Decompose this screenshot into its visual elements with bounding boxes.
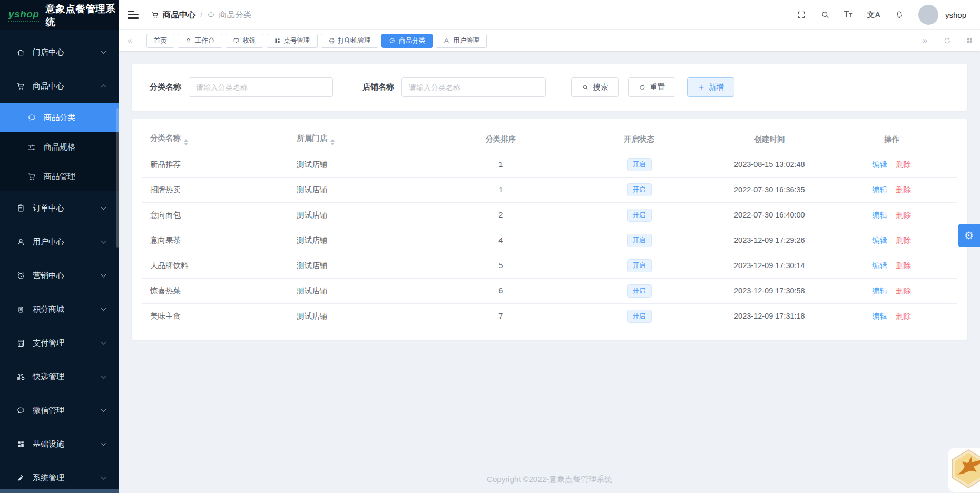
- edit-link[interactable]: 编辑: [872, 261, 887, 270]
- column-header-0[interactable]: 分类名称: [142, 127, 289, 152]
- username[interactable]: yshop: [945, 11, 966, 19]
- edit-link[interactable]: 编辑: [872, 236, 887, 244]
- sidebar-item-10[interactable]: 系统管理: [0, 461, 119, 493]
- cell-actions: 编辑删除: [827, 152, 957, 177]
- yshop-logo: yshop: [8, 8, 39, 22]
- sidebar-item-6[interactable]: 支付管理: [0, 326, 119, 360]
- logo-area[interactable]: yshop 意象点餐管理系统: [0, 0, 119, 30]
- delete-link[interactable]: 删除: [896, 211, 911, 219]
- sidebar-subitem-1[interactable]: 商品规格: [0, 132, 119, 162]
- settings-panel-button[interactable]: ⚙: [958, 224, 980, 247]
- cell-status: 开启: [566, 152, 712, 177]
- translate-icon[interactable]: 文A: [867, 10, 880, 20]
- sidebar-item-7[interactable]: 快递管理: [0, 360, 119, 393]
- chevron-up-icon: [101, 84, 106, 90]
- fullscreen-icon[interactable]: [797, 10, 806, 19]
- tab-2[interactable]: 收银: [226, 34, 263, 48]
- search-icon[interactable]: [820, 10, 830, 19]
- cell-shop: 测试店铺: [289, 152, 435, 177]
- layout-grid-button[interactable]: [958, 30, 980, 51]
- sidebar-item-1[interactable]: 商品中心: [0, 69, 119, 103]
- sidebar-subitem-2[interactable]: 商品管理: [0, 162, 119, 191]
- header-toolbar: TT 文A yshop: [797, 5, 966, 25]
- grid-icon: [274, 37, 281, 44]
- shop-name-input[interactable]: [401, 77, 546, 97]
- tab-list: 首页工作台收银桌号管理打印机管理商品分类用户管理: [141, 30, 914, 51]
- tab-1[interactable]: 工作台: [178, 34, 222, 48]
- cell-name: 意向面包: [142, 202, 289, 228]
- column-header-1[interactable]: 所属门店: [289, 127, 435, 152]
- sidebar-item-0[interactable]: 门店中心: [0, 35, 119, 69]
- sidebar-item-3[interactable]: 用户中心: [0, 225, 119, 259]
- add-button[interactable]: 新增: [687, 77, 734, 97]
- brand-bird-badge[interactable]: [948, 448, 980, 492]
- sidebar-vertical-scrollbar[interactable]: [116, 108, 119, 248]
- grid-icon: [16, 440, 25, 449]
- avatar[interactable]: [918, 5, 938, 25]
- tab-0[interactable]: 首页: [146, 34, 174, 48]
- breadcrumb-section[interactable]: 商品中心: [151, 9, 195, 21]
- edit-link[interactable]: 编辑: [872, 287, 887, 295]
- user-icon: [443, 37, 450, 44]
- sort-caret-icon[interactable]: [184, 139, 188, 145]
- bike-icon: [16, 372, 25, 381]
- delete-link[interactable]: 删除: [896, 236, 911, 244]
- category-name-input[interactable]: [189, 77, 333, 97]
- cell-actions: 编辑删除: [827, 202, 957, 228]
- chevron-down-icon: [101, 272, 106, 277]
- tab-5[interactable]: 商品分类: [381, 34, 433, 48]
- chevron-down-icon: [101, 238, 106, 243]
- hamburger-menu-icon[interactable]: [128, 11, 139, 19]
- sidebar-item-9[interactable]: 基础设施: [0, 427, 119, 461]
- breadcrumb-page[interactable]: 商品分类: [207, 9, 251, 21]
- cell-name: 招牌热卖: [142, 177, 289, 202]
- tab-6[interactable]: 用户管理: [436, 34, 487, 48]
- sidebar-item-4[interactable]: 营销中心: [0, 259, 119, 292]
- plus-icon: [698, 84, 705, 91]
- edit-link[interactable]: 编辑: [872, 211, 887, 219]
- column-header-3: 开启状态: [566, 127, 712, 152]
- cell-sort: 7: [436, 303, 566, 329]
- reset-button[interactable]: 重置: [628, 77, 675, 97]
- delete-link[interactable]: 删除: [896, 312, 911, 320]
- sidebar-item-8[interactable]: 微信管理: [0, 393, 119, 427]
- refresh-page-button[interactable]: [936, 30, 958, 51]
- user-icon: [16, 238, 25, 246]
- tabs-scroll-right-button[interactable]: »: [914, 30, 936, 51]
- home-icon: [16, 48, 25, 57]
- sidebar-item-5[interactable]: 积分商城: [0, 292, 119, 326]
- sidebar-item-2[interactable]: 订单中心: [0, 191, 119, 225]
- cell-name: 大品牌饮料: [142, 253, 289, 278]
- cell-actions: 编辑删除: [827, 303, 957, 329]
- sidebar-horizontal-scrollbar[interactable]: [0, 489, 119, 493]
- bird-hexagon-icon: [949, 449, 980, 489]
- cell-created: 2023-08-15 13:02:48: [712, 152, 826, 177]
- bell-icon: [185, 37, 192, 44]
- tab-4[interactable]: 打印机管理: [321, 34, 379, 48]
- alarm-icon: [16, 271, 25, 280]
- clipboard-icon: [16, 204, 25, 213]
- calculator-icon: [16, 339, 25, 348]
- sort-caret-icon[interactable]: [330, 139, 335, 145]
- delete-link[interactable]: 删除: [896, 287, 911, 295]
- table-row: 美味主食 测试店铺 7 开启 2023-12-09 17:31:18 编辑删除: [142, 303, 957, 329]
- cell-shop: 测试店铺: [289, 278, 435, 303]
- edit-link[interactable]: 编辑: [872, 312, 887, 320]
- category-name-label: 分类名称: [150, 82, 181, 92]
- cell-status: 开启: [566, 303, 712, 329]
- copyright-footer: Copyright ©2022-意象点餐管理系统: [119, 475, 980, 485]
- delete-link[interactable]: 删除: [896, 185, 911, 194]
- notification-bell-icon[interactable]: [895, 10, 904, 19]
- font-size-icon[interactable]: TT: [844, 11, 853, 19]
- sidebar-subitem-0[interactable]: 商品分类: [0, 103, 119, 132]
- edit-link[interactable]: 编辑: [872, 160, 887, 169]
- comment-icon: [207, 11, 215, 19]
- cell-created: 2023-12-09 17:30:14: [712, 253, 826, 278]
- search-icon: [582, 84, 589, 91]
- tabs-scroll-left-button[interactable]: «: [119, 30, 141, 51]
- delete-link[interactable]: 删除: [896, 261, 911, 270]
- search-button[interactable]: 搜索: [571, 77, 619, 97]
- edit-link[interactable]: 编辑: [872, 185, 887, 194]
- delete-link[interactable]: 删除: [896, 160, 911, 169]
- tab-3[interactable]: 桌号管理: [267, 34, 318, 48]
